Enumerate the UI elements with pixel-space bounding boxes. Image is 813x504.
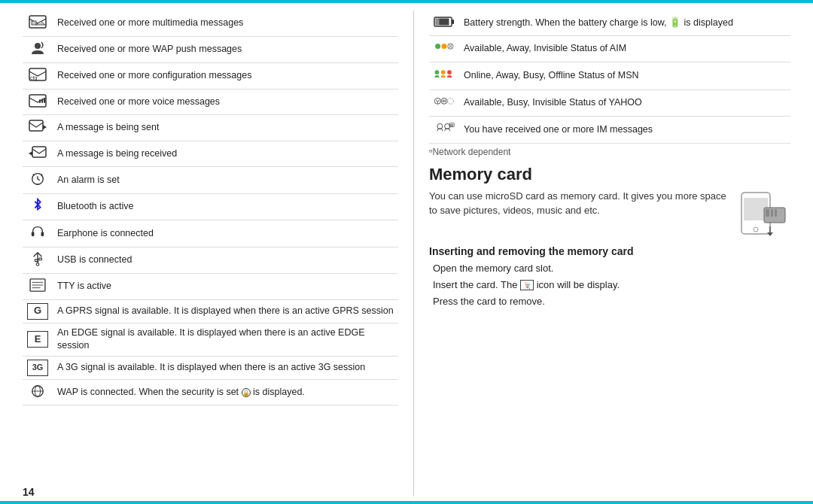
- svg-text:IM: IM: [450, 124, 453, 127]
- svg-point-46: [447, 70, 452, 74]
- memory-card-section: Memory card You can use microSD card as …: [429, 165, 790, 310]
- content-area: Received one or more multimedia messages: [0, 3, 813, 504]
- table-row: Online, Away, Busy, Offline Status of MS…: [429, 62, 790, 90]
- svg-rect-10: [29, 120, 43, 131]
- left-icon-table: Received one or more multimedia messages: [23, 11, 398, 405]
- usb-text: USB is connected: [53, 247, 398, 274]
- table-row: USB is connected: [23, 247, 398, 274]
- table-row: Received one or more WAP push messages: [23, 36, 398, 63]
- svg-rect-36: [452, 20, 454, 24]
- svg-line-49: [437, 100, 439, 102]
- svg-point-44: [435, 70, 440, 74]
- gprs-icon: G: [23, 299, 53, 323]
- yahoo-icon: [429, 90, 459, 117]
- table-row: Received one or more voice messages: [23, 89, 398, 115]
- memory-card-title: Memory card: [429, 165, 790, 184]
- inserting-title: Inserting and removing the memory card: [429, 245, 790, 257]
- msn-text: Online, Away, Busy, Offline Status of MS…: [459, 62, 790, 90]
- svg-rect-64: [766, 209, 769, 217]
- voice-msg-icon: [23, 89, 53, 115]
- wap-icon: [23, 379, 53, 405]
- svg-point-39: [435, 44, 440, 49]
- svg-marker-13: [29, 151, 32, 156]
- svg-point-40: [442, 44, 447, 49]
- table-row: G A GPRS signal is available. It is disp…: [23, 299, 398, 323]
- svg-rect-9: [44, 98, 45, 103]
- im-msg-text: You have received one or more IM message…: [459, 117, 790, 144]
- table-row: TTY is active: [23, 274, 398, 300]
- yahoo-text: Available, Busy, Invisible Status of YAH…: [459, 90, 790, 117]
- table-row: E An EDGE signal is available. It is dis…: [23, 323, 398, 356]
- table-row: Available, Busy, Invisible Status of YAH…: [429, 90, 790, 117]
- svg-point-45: [441, 70, 446, 74]
- table-row: Received one or more multimedia messages: [23, 11, 398, 36]
- svg-rect-65: [771, 209, 773, 217]
- edge-text: An EDGE signal is available. It is displ…: [53, 323, 398, 356]
- alarm-icon: [23, 167, 53, 194]
- svg-rect-12: [32, 147, 46, 157]
- bluetooth-icon: [23, 193, 53, 220]
- right-icon-table: Battery strength. When the battery charg…: [429, 11, 790, 144]
- right-column: Battery strength. When the battery charg…: [414, 11, 790, 496]
- svg-text:cfg: cfg: [30, 75, 37, 81]
- svg-rect-21: [41, 232, 44, 236]
- multimedia-msg-text: Received one or more multimedia messages: [53, 11, 398, 36]
- svg-rect-7: [39, 99, 41, 103]
- svg-line-16: [38, 179, 40, 181]
- page-number: 14: [23, 486, 35, 498]
- table-row: cfg Received one or more configuration m…: [23, 63, 398, 90]
- aim-icon: [429, 35, 459, 62]
- usb-icon: [23, 247, 53, 274]
- memory-card-image: [738, 189, 790, 238]
- table-row: A message is being sent: [23, 115, 398, 141]
- table-row: 3G A 3G signal is available. It is displ…: [23, 356, 398, 379]
- svg-point-62: [754, 227, 758, 232]
- earphone-text: Earphone is connected: [53, 220, 398, 247]
- svg-rect-66: [775, 209, 777, 217]
- page-container: Received one or more multimedia messages: [0, 0, 813, 504]
- svg-rect-38: [436, 19, 440, 26]
- memory-card-description: You can use microSD card as memory card.…: [429, 189, 730, 218]
- wap-text: WAP is connected. When the security is s…: [53, 379, 398, 405]
- config-msg-icon: cfg: [23, 63, 53, 90]
- tty-text: TTY is active: [53, 274, 398, 300]
- table-row: Available, Away, Invisible Status of AIM: [429, 35, 790, 62]
- svg-point-3: [35, 43, 41, 49]
- wap-push-text: Received one or more WAP push messages: [53, 36, 398, 63]
- svg-rect-26: [39, 258, 42, 260]
- svg-rect-8: [41, 99, 43, 103]
- aim-text: Available, Away, Invisible Status of AIM: [459, 35, 790, 62]
- tty-icon: [23, 274, 53, 300]
- battery-icon: [429, 11, 459, 35]
- left-column: Received one or more multimedia messages: [23, 11, 414, 496]
- step-3: Press the card to remove.: [433, 293, 790, 310]
- im-msg-icon: IM: [429, 117, 459, 144]
- table-row: Earphone is connected: [23, 220, 398, 247]
- svg-marker-11: [43, 125, 47, 129]
- msg-sending-text: A message is being sent: [53, 115, 398, 141]
- step-2: Insert the card. The 🃏 icon will be disp…: [433, 277, 790, 293]
- 3g-icon: 3G: [23, 356, 53, 379]
- table-row: Battery strength. When the battery charg…: [429, 11, 790, 35]
- bottom-bar: [0, 501, 813, 504]
- svg-rect-20: [32, 232, 35, 236]
- table-row: IM You have received one or more IM mess…: [429, 117, 790, 144]
- svg-rect-6: [29, 95, 46, 107]
- card-icon: 🃏: [520, 280, 534, 290]
- msg-receiving-text: A message is being received: [53, 141, 398, 167]
- network-note: ⁿNetwork dependent: [429, 147, 790, 157]
- svg-line-23: [34, 252, 38, 256]
- bluetooth-text: Bluetooth is active: [53, 193, 398, 220]
- svg-rect-1: [32, 21, 36, 25]
- table-row: A message is being received: [23, 141, 398, 167]
- wap-push-icon: [23, 36, 53, 63]
- config-msg-text: Received one or more configuration messa…: [53, 63, 398, 90]
- table-row: An alarm is set: [23, 167, 398, 194]
- battery-text: Battery strength. When the battery charg…: [459, 11, 790, 35]
- voice-msg-text: Received one or more voice messages: [53, 89, 398, 115]
- 3g-text: A 3G signal is available. It is displaye…: [53, 356, 398, 379]
- earphone-icon: [23, 220, 53, 247]
- svg-point-55: [448, 98, 454, 104]
- msg-receiving-icon: [23, 141, 53, 167]
- steps-list: Open the memory card slot. Insert the ca…: [429, 260, 790, 310]
